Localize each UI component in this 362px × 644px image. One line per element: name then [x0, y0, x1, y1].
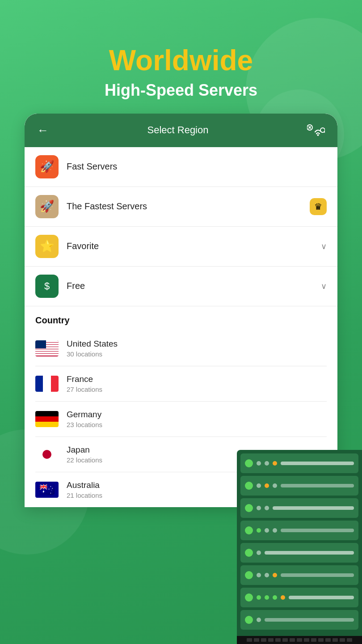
- flag-de: [35, 411, 59, 427]
- rd-3b: [265, 506, 269, 510]
- menu-list: 🚀 Fast Servers 🚀 The Fastest Servers ♛ ⭐…: [25, 147, 337, 306]
- rb-7: [289, 596, 354, 599]
- rd-1c: [273, 461, 277, 466]
- country-locations-us: 30 locations: [67, 350, 327, 358]
- crown-icon: ♛: [314, 201, 322, 212]
- rd-5a: [257, 551, 261, 555]
- rd-4a: [257, 528, 261, 533]
- rd-7c: [273, 595, 277, 600]
- base-stripe-11: [318, 638, 324, 642]
- back-button[interactable]: ←: [37, 123, 49, 137]
- rack-row-8: [240, 610, 358, 630]
- rc-5: [245, 549, 253, 557]
- base-stripe-14: [340, 638, 345, 642]
- base-stripe-1: [247, 638, 252, 642]
- rc-1: [245, 459, 253, 467]
- base-stripe-4: [268, 638, 274, 642]
- rb-1: [281, 462, 354, 465]
- country-name-fr: France: [67, 374, 327, 384]
- rb-6: [281, 573, 354, 577]
- rack-row-3: [240, 498, 358, 518]
- country-name-us: United States: [67, 339, 327, 349]
- rack-row-2: [240, 476, 358, 496]
- rd-3a: [257, 506, 261, 510]
- country-info-us: United States 30 locations: [67, 339, 327, 358]
- fastest-servers-label: The Fastest Servers: [67, 201, 302, 212]
- menu-item-free[interactable]: $ Free ∨: [25, 267, 337, 306]
- free-icon: $: [35, 275, 59, 298]
- menu-item-fastest-servers[interactable]: 🚀 The Fastest Servers ♛: [25, 187, 337, 227]
- free-right: ∨: [321, 281, 327, 291]
- favorite-icon: ⭐: [35, 235, 59, 258]
- rd-1b: [265, 461, 269, 466]
- country-name-de: Germany: [67, 410, 327, 419]
- rb-4: [281, 529, 354, 532]
- base-stripe-8: [297, 638, 302, 642]
- rd-6c: [273, 573, 277, 577]
- svg-line-5: [324, 132, 325, 134]
- rc-8: [245, 616, 253, 624]
- base-stripe-5: [275, 638, 281, 642]
- menu-item-favorite[interactable]: ⭐ Favorite ∨: [25, 227, 337, 267]
- flag-fr: [35, 376, 59, 392]
- rc-2: [245, 482, 253, 490]
- base-stripe-15: [347, 638, 352, 642]
- rc-6: [245, 571, 253, 579]
- flag-us: [35, 340, 59, 356]
- rc-3: [245, 504, 253, 512]
- country-item-us[interactable]: United States 30 locations: [35, 331, 327, 366]
- rb-8: [265, 618, 354, 622]
- hero-subtitle: High-Speed Servers: [0, 80, 362, 100]
- rb-5: [265, 551, 354, 555]
- country-item-fr[interactable]: France 27 locations: [35, 366, 327, 402]
- chevron-down-icon: ∨: [321, 242, 327, 251]
- rack-row-6: [240, 565, 358, 585]
- crown-badge: ♛: [310, 198, 327, 215]
- header-title: Select Region: [147, 124, 209, 136]
- fastest-servers-right: ♛: [310, 198, 327, 215]
- rd-2b: [265, 483, 269, 488]
- rd-2a: [257, 483, 261, 488]
- base-stripe-2: [254, 638, 259, 642]
- rd-7b: [265, 595, 269, 600]
- rd-7d: [281, 595, 285, 600]
- rack-row-7: [240, 588, 358, 607]
- rd-4b: [265, 528, 269, 533]
- rd-6b: [265, 573, 269, 577]
- base-stripe-10: [311, 638, 316, 642]
- rack-base: [237, 636, 362, 644]
- phone-card: ← Select Region 🚀 Fast Servers: [25, 114, 337, 507]
- flag-au: [35, 482, 59, 498]
- base-stripe-3: [261, 638, 266, 642]
- phone-header: ← Select Region: [25, 114, 337, 147]
- svg-point-3: [317, 134, 319, 136]
- base-stripe-7: [290, 638, 295, 642]
- country-header: Country: [35, 315, 327, 326]
- rack-row-4: [240, 521, 358, 540]
- rd-4c: [273, 528, 277, 533]
- favorite-right: ∨: [321, 242, 327, 251]
- fastest-servers-icon: 🚀: [35, 195, 59, 218]
- fast-servers-label: Fast Servers: [67, 161, 327, 172]
- rc-4: [245, 526, 253, 534]
- hero-section: Worldwide High-Speed Servers: [0, 0, 362, 114]
- rd-1a: [257, 461, 261, 466]
- free-label: Free: [67, 281, 313, 291]
- rd-8a: [257, 618, 261, 622]
- rack-row-5: [240, 543, 358, 563]
- rd-6a: [257, 573, 261, 577]
- server-rack-decoration: [232, 450, 362, 644]
- favorite-label: Favorite: [67, 241, 313, 251]
- menu-item-fast-servers[interactable]: 🚀 Fast Servers: [25, 147, 337, 187]
- rc-7: [245, 593, 253, 602]
- base-stripe-6: [282, 638, 288, 642]
- wifi-search-icon: [307, 124, 325, 136]
- rb-2: [281, 484, 354, 487]
- country-locations-fr: 27 locations: [67, 386, 327, 393]
- chevron-down-icon-free: ∨: [321, 281, 327, 291]
- rd-7a: [257, 595, 261, 600]
- header-icons: [307, 124, 325, 136]
- rack-container: [237, 450, 362, 636]
- country-item-de[interactable]: Germany 23 locations: [35, 402, 327, 437]
- hero-title: Worldwide: [0, 45, 362, 76]
